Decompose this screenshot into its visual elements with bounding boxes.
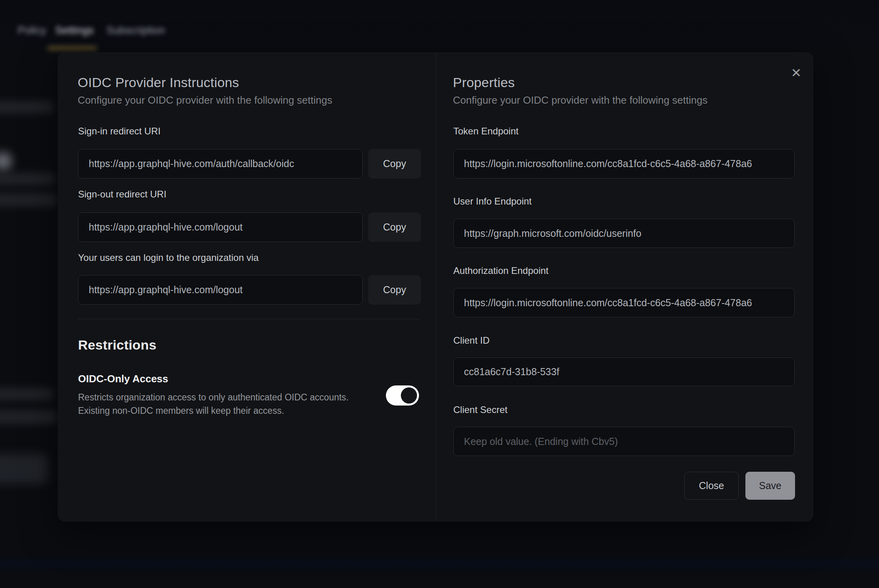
oidc-only-access-label: OIDC-Only Access (78, 373, 168, 385)
background-footer-band (0, 555, 879, 573)
tab-subscription: Subscription (106, 24, 165, 40)
token-endpoint-input[interactable]: https://login.microsoftonline.com/cc8a1f… (453, 149, 795, 179)
blurred-text-fragment (0, 193, 57, 207)
blurred-text-fragment (0, 173, 55, 185)
column-divider (436, 53, 436, 521)
authorization-endpoint-label: Authorization Endpoint (453, 265, 549, 276)
client-id-value: cc81a6c7d-31b8-533f (464, 366, 559, 378)
blurred-button-fragment (0, 454, 48, 484)
close-button[interactable]: Close (684, 472, 739, 500)
copy-login-via-button[interactable]: Copy (368, 275, 421, 305)
properties-title: Properties (453, 75, 515, 90)
close-icon: ✕ (791, 65, 802, 80)
save-button[interactable]: Save (745, 472, 795, 500)
token-endpoint-value: https://login.microsoftonline.com/cc8a1f… (464, 158, 752, 169)
blurred-badge-fragment (0, 152, 12, 170)
copy-sign-out-button[interactable]: Copy (368, 212, 421, 242)
oidc-settings-dialog: OIDC Provider Instructions Configure you… (58, 52, 813, 521)
dialog-close-button[interactable]: ✕ (787, 63, 806, 82)
sign-out-redirect-input[interactable]: https://app.graphql-hive.com/logout (78, 212, 363, 242)
instructions-title: OIDC Provider Instructions (78, 75, 239, 90)
user-info-endpoint-value: https://graph.microsoft.com/oidc/userinf… (464, 228, 641, 239)
user-info-endpoint-label: User Info Endpoint (453, 196, 532, 207)
token-endpoint-label: Token Endpoint (453, 126, 518, 137)
user-info-endpoint-input[interactable]: https://graph.microsoft.com/oidc/userinf… (453, 219, 795, 248)
toggle-thumb (401, 387, 417, 404)
login-via-value: https://app.graphql-hive.com/logout (89, 284, 243, 296)
authorization-endpoint-input[interactable]: https://login.microsoftonline.com/cc8a1f… (453, 288, 795, 317)
copy-sign-in-button[interactable]: Copy (368, 149, 421, 179)
login-via-label: Your users can login to the organization… (78, 252, 259, 263)
description-line-2: Existing non-OIDC members will keep thei… (78, 404, 349, 417)
blurred-text-fragment (0, 388, 54, 400)
section-divider (78, 319, 419, 319)
sign-out-redirect-value: https://app.graphql-hive.com/logout (89, 221, 243, 233)
client-secret-input[interactable] (453, 427, 795, 456)
description-line-1: Restricts organization access to only au… (78, 391, 349, 404)
client-id-input[interactable]: cc81a6c7d-31b8-533f (453, 357, 795, 386)
sign-in-redirect-value: https://app.graphql-hive.com/auth/callba… (89, 158, 294, 169)
active-tab-underline (47, 47, 97, 50)
client-id-label: Client ID (453, 335, 490, 346)
app-root: Policy Settings Subscription OIDC Provid… (0, 0, 879, 588)
oidc-only-access-toggle[interactable] (386, 385, 419, 406)
sign-out-redirect-label: Sign-out redirect URI (78, 189, 166, 200)
blurred-text-fragment (0, 410, 57, 424)
sign-in-redirect-input[interactable]: https://app.graphql-hive.com/auth/callba… (78, 149, 363, 179)
tab-settings: Settings (55, 24, 94, 40)
blurred-text-fragment (0, 101, 54, 114)
properties-subtitle: Configure your OIDC provider with the fo… (453, 94, 708, 106)
client-secret-label: Client Secret (453, 404, 507, 415)
tab-policy: Policy (18, 24, 46, 40)
sign-in-redirect-label: Sign-in redirect URI (78, 126, 160, 137)
restrictions-heading: Restrictions (78, 337, 156, 353)
oidc-only-access-description: Restricts organization access to only au… (78, 391, 349, 417)
instructions-subtitle: Configure your OIDC provider with the fo… (78, 94, 332, 106)
login-via-input[interactable]: https://app.graphql-hive.com/logout (78, 275, 363, 305)
authorization-endpoint-value: https://login.microsoftonline.com/cc8a1f… (464, 297, 752, 309)
